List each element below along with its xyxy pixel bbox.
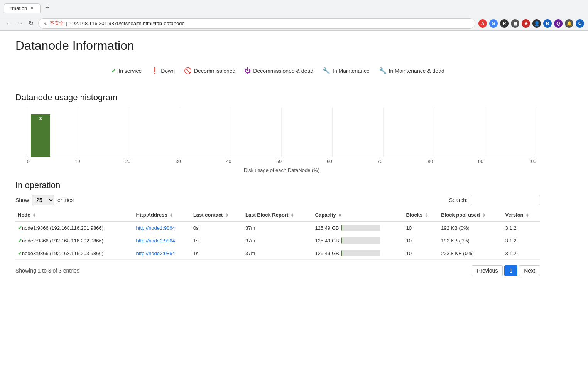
- in-maintenance-label: In Maintenance: [333, 68, 370, 74]
- decommissioned-dead-icon: ⏻: [245, 67, 251, 74]
- tab-close-icon[interactable]: ✕: [30, 5, 34, 11]
- in-maintenance-dead-icon: 🔧: [379, 67, 387, 74]
- capacity-bar-bg: [341, 237, 380, 244]
- cell-blocks: 10: [404, 247, 439, 260]
- capacity-bar-fill: [341, 250, 342, 256]
- previous-button[interactable]: Previous: [472, 265, 503, 276]
- x-tick: 20: [125, 159, 130, 164]
- browser-tab-bar: rmation ✕ +: [0, 0, 588, 16]
- chart-x-label: Disk usage of each DataNode (%): [27, 167, 536, 173]
- cell-blocks: 10: [404, 234, 439, 247]
- decommissioned-icon: 🚫: [184, 67, 192, 74]
- ext-icon-6[interactable]: B: [543, 19, 552, 28]
- ext-icon-7[interactable]: Q: [554, 19, 563, 28]
- in-maintenance-icon: 🔧: [323, 67, 330, 74]
- down-icon: ❗: [151, 67, 159, 74]
- address-bar[interactable]: ⚠ 不安全 | 192.168.116.201:9870/dfshealth.h…: [38, 18, 475, 29]
- chart-area: 3 0 10 20 30 40 50 60 70 80 90 100 Disk …: [27, 107, 536, 169]
- back-icon[interactable]: ←: [4, 19, 13, 28]
- grid-line: [434, 107, 434, 157]
- cell-capacity: 125.49 GB: [313, 247, 404, 260]
- col-capacity: Capacity ⇕: [313, 209, 404, 221]
- title-divider: [15, 59, 540, 59]
- status-in-maintenance: 🔧 In Maintenance: [323, 67, 370, 74]
- grid-line: [332, 107, 333, 157]
- cell-version: 3.1.2: [503, 234, 540, 247]
- x-axis-labels: 0 10 20 30 40 50 60 70 80 90 100: [27, 159, 536, 164]
- showing-text: Showing 1 to 3 of 3 entries: [15, 268, 79, 274]
- cell-block-pool-used: 192 KB (0%): [439, 234, 503, 247]
- grid-line: [383, 107, 384, 157]
- cell-last-block-report: 37m: [243, 247, 313, 260]
- browser-tab[interactable]: rmation ✕: [4, 3, 41, 13]
- adblock-icon[interactable]: A: [478, 19, 487, 28]
- histogram-bar: 3: [31, 114, 50, 157]
- sort-icon: ⇕: [425, 213, 428, 217]
- grid-line: [281, 107, 282, 157]
- x-tick: 40: [226, 159, 231, 164]
- node-status-icon: ✔: [18, 251, 22, 256]
- cell-block-pool-used: 192 KB (0%): [439, 221, 503, 234]
- in-operation-title: In operation: [15, 180, 540, 190]
- ext-icon-1[interactable]: G: [489, 19, 498, 28]
- cell-version: 3.1.2: [503, 247, 540, 260]
- cell-block-pool-used: 223.8 KB (0%): [439, 247, 503, 260]
- capacity-text: 125.49 GB: [315, 225, 339, 231]
- security-icon: ⚠: [43, 21, 47, 26]
- ext-icon-4[interactable]: ★: [522, 19, 530, 28]
- refresh-icon[interactable]: ↻: [27, 19, 35, 28]
- capacity-text: 125.49 GB: [315, 251, 339, 256]
- x-tick: 60: [327, 159, 332, 164]
- page-1-button[interactable]: 1: [504, 265, 517, 276]
- col-blocks: Blocks ⇕: [404, 209, 439, 221]
- cell-http-address: http://node2:9864: [134, 234, 191, 247]
- http-address-link[interactable]: http://node1:9864: [136, 225, 175, 231]
- decommissioned-label: Decommissioned: [194, 68, 235, 74]
- capacity-bar-bg: [341, 250, 380, 256]
- grid-line: [485, 107, 485, 157]
- in-maintenance-dead-label: In Maintenance & dead: [389, 68, 444, 74]
- ext-icon-2[interactable]: R: [500, 19, 509, 28]
- col-last-block-report: Last Block Report ⇕: [243, 209, 313, 221]
- capacity-bar-bg: [341, 225, 380, 231]
- status-decommissioned-dead: ⏻ Decommissioned & dead: [245, 67, 313, 74]
- search-input[interactable]: [471, 195, 540, 205]
- grid-line: [78, 107, 78, 157]
- grid-line: [231, 107, 231, 157]
- cell-last-contact: 0s: [191, 221, 243, 234]
- cell-blocks: 10: [404, 221, 439, 234]
- new-tab-icon[interactable]: +: [42, 3, 52, 13]
- col-last-contact: Last contact ⇕: [191, 209, 243, 221]
- chart-grid: [27, 107, 536, 157]
- table-controls: Show 10 25 50 100 entries Search:: [15, 195, 540, 205]
- table-row: ✔node3:9866 (192.168.116.203:9866) http:…: [15, 247, 540, 260]
- http-address-link[interactable]: http://node2:9864: [136, 238, 175, 244]
- ext-icon-3[interactable]: ▦: [511, 19, 519, 28]
- down-label: Down: [161, 68, 175, 74]
- node-status-icon: ✔: [18, 238, 22, 244]
- show-entries-control: Show 10 25 50 100 entries: [15, 195, 74, 205]
- ext-icon-8[interactable]: 🔔: [565, 19, 573, 28]
- ext-icon-9[interactable]: C: [576, 19, 584, 28]
- tab-title: rmation: [10, 5, 27, 11]
- url-prefix: 不安全: [50, 20, 64, 27]
- x-tick: 10: [75, 159, 80, 164]
- url-text: 192.168.116.201:9870/dfshealth.html#tab-…: [69, 20, 185, 26]
- ext-icon-5[interactable]: 👤: [532, 19, 541, 28]
- grid-line: [27, 107, 27, 157]
- chart-inner: 3: [27, 107, 536, 157]
- decommissioned-dead-label: Decommissioned & dead: [253, 68, 313, 74]
- http-address-link[interactable]: http://node3:9864: [136, 251, 175, 256]
- status-in-service: ✔ In service: [111, 67, 142, 74]
- x-tick: 0: [27, 159, 30, 164]
- pagination-buttons: Previous 1 Next: [472, 265, 540, 276]
- status-down: ❗ Down: [151, 67, 175, 74]
- entries-select[interactable]: 10 25 50 100: [32, 195, 54, 205]
- cell-node: ✔node3:9866 (192.168.116.203:9866): [15, 247, 134, 260]
- x-tick: 90: [478, 159, 483, 164]
- sort-icon: ⇕: [482, 213, 485, 217]
- next-button[interactable]: Next: [519, 265, 540, 276]
- x-tick: 80: [428, 159, 433, 164]
- sort-icon: ⇕: [338, 213, 341, 217]
- forward-icon[interactable]: →: [15, 19, 25, 28]
